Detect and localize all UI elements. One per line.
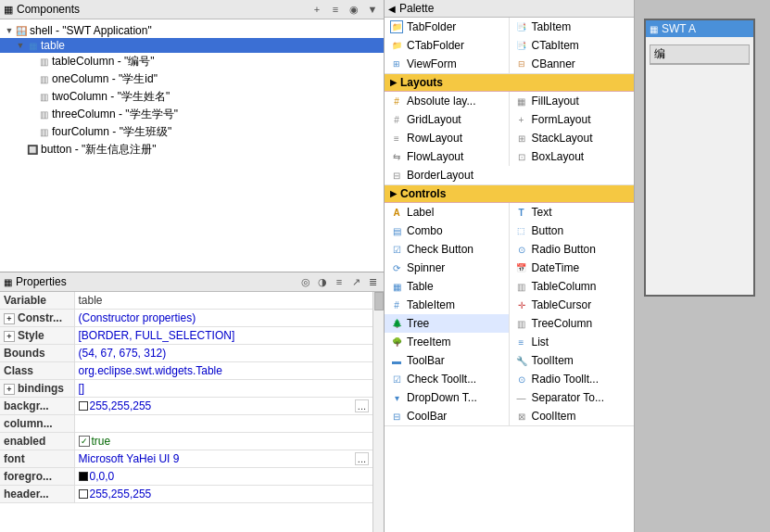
palette-item-filllayout[interactable]: ▦ FillLayout — [510, 92, 635, 110]
tree-arrow-table[interactable]: ▼ — [15, 40, 26, 51]
palette-item-absolutelayout[interactable]: # Absolute lay... — [385, 92, 510, 110]
expand-style[interactable]: + — [4, 331, 15, 342]
palette-category-controls[interactable]: ▶ Controls — [385, 185, 634, 203]
components-add-icon[interactable]: + — [309, 2, 324, 17]
tree-item-threecolumn[interactable]: ▥ threeColumn - "学生学号" — [0, 106, 384, 123]
palette-item-treecolumn[interactable]: ▥ TreeColumn — [510, 314, 635, 333]
palette-item-table[interactable]: ▦ Table — [385, 277, 510, 296]
palette-item-radiotoolitem[interactable]: ⊙ Radio Toollt... — [510, 370, 635, 388]
props-action-5[interactable]: ≣ — [365, 274, 380, 289]
palette-item-checktoolitem[interactable]: ☑ Check Toollt... — [385, 370, 510, 388]
palette-item-stacklayout[interactable]: ⊞ StackLayout — [510, 129, 635, 147]
palette-item-tableitem[interactable]: # TableItem — [385, 296, 510, 314]
palette-label-list: List — [532, 336, 549, 348]
tree-item-onecolumn[interactable]: ▥ oneColumn - "学生id" — [0, 70, 384, 88]
background-edit-button[interactable]: ... — [355, 399, 369, 412]
palette-item-checkbutton[interactable]: ☑ Check Button — [385, 240, 510, 259]
properties-title: Properties — [16, 275, 67, 288]
preview-table: 编 — [650, 44, 750, 65]
palette-item-coolitem[interactable]: ⊠ CoolItem — [510, 407, 635, 425]
prop-key-class: Class — [0, 362, 74, 380]
palette-item-radiobutton[interactable]: ⊙ Radio Button — [510, 240, 635, 259]
palette-item-formlayout[interactable]: + FormLayout — [510, 110, 635, 129]
palette-controls-grid: A Label T Text ▤ Combo ⬚ Button ☑ Chec — [385, 203, 634, 426]
palette-item-cbanner[interactable]: ⊟ CBanner — [510, 55, 635, 73]
tree-arrow-twocolumn — [26, 92, 37, 103]
prop-key-header: header... — [0, 486, 74, 503]
palette-item-toolitem[interactable]: 🔧 ToolItem — [510, 351, 635, 370]
gridlayout-icon: # — [390, 113, 403, 126]
palette-item-gridlayout[interactable]: # GridLayout — [385, 110, 510, 129]
dropdown-icon: ▾ — [390, 391, 403, 404]
tree-label-table: table — [41, 39, 65, 52]
palette-item-dropdown[interactable]: ▾ DropDown T... — [385, 388, 510, 407]
palette-item-tabfolder[interactable]: 📁 TabFolder — [385, 18, 510, 36]
tree-item-tablecolumn[interactable]: ▥ tableColumn - "编号" — [0, 53, 384, 70]
palette-item-separatortool[interactable]: — Separator To... — [510, 388, 635, 407]
palette-back-icon[interactable]: ◀ — [388, 4, 396, 14]
prop-key-bounds: Bounds — [0, 345, 74, 362]
palette-item-borderlayout[interactable]: ⊟ BorderLayout — [385, 166, 634, 184]
components-tree: ▼ 🪟 shell - "SWT Application" ▼ ▦ table … — [0, 19, 384, 269]
palette-item-boxlayout[interactable]: ⊡ BoxLayout — [510, 147, 635, 166]
components-icon: ▦ — [4, 4, 13, 16]
props-action-4[interactable]: ↗ — [348, 274, 363, 289]
palette-item-tablecursor[interactable]: ✛ TableCursor — [510, 296, 635, 314]
checkbutton-icon: ☑ — [390, 243, 403, 256]
text-icon: T — [515, 206, 528, 219]
prop-row-variable: Variable table — [0, 292, 372, 310]
tablecursor-icon: ✛ — [515, 298, 528, 311]
threecolumn-icon: ▥ — [37, 108, 50, 121]
palette-item-toolbar[interactable]: ▬ ToolBar — [385, 351, 510, 370]
tree-item-twocolumn[interactable]: ▥ twoColumn - "学生姓名" — [0, 88, 384, 106]
properties-toolbar: ◎ ◑ ≡ ↗ ≣ — [298, 274, 380, 289]
properties-scrollbar[interactable] — [372, 292, 384, 532]
palette-item-button[interactable]: ⬚ Button — [510, 222, 635, 240]
palette-item-flowlayout[interactable]: ⇆ FlowLayout — [385, 147, 510, 166]
palette-item-combo[interactable]: ▤ Combo — [385, 222, 510, 240]
palette-category-layouts[interactable]: ▶ Layouts — [385, 74, 634, 92]
palette-label-absolutelayout: Absolute lay... — [407, 95, 475, 108]
palette-item-list[interactable]: ≡ List — [510, 333, 635, 351]
prop-val-style: [BORDER, FULL_SELECTION] — [74, 327, 372, 345]
palette-label-tablecolumn: TableColumn — [532, 280, 597, 293]
palette-item-ctabitem[interactable]: 📑 CTabItem — [510, 36, 635, 55]
enabled-checkbox[interactable]: ✓ — [79, 436, 90, 447]
palette-item-viewform[interactable]: ⊞ ViewForm — [385, 55, 510, 73]
palette-label-stacklayout: StackLayout — [532, 132, 593, 145]
palette-item-ctabfolder[interactable]: 📁 CTabFolder — [385, 36, 510, 55]
components-menu-icon[interactable]: ≡ — [328, 2, 343, 17]
foreground-color-swatch — [79, 472, 88, 481]
palette-item-label[interactable]: A Label — [385, 203, 510, 222]
preview-panel: ▦ SWT A 编 — [635, 0, 770, 532]
components-collapse-icon[interactable]: ▼ — [365, 2, 380, 17]
palette-item-spinner[interactable]: ⟳ Spinner — [385, 259, 510, 277]
props-action-3[interactable]: ≡ — [332, 274, 347, 289]
palette-label-combo: Combo — [407, 224, 443, 237]
palette-item-coolbar[interactable]: ⊟ CoolBar — [385, 407, 510, 425]
palette-item-tablecolumn[interactable]: ▥ TableColumn — [510, 277, 635, 296]
font-edit-button[interactable]: ... — [355, 452, 369, 465]
palette-label-text: Text — [532, 206, 552, 219]
treecolumn-icon: ▥ — [515, 317, 528, 330]
palette-item-text[interactable]: T Text — [510, 203, 635, 222]
palette-item-treeitem[interactable]: 🌳 TreeItem — [385, 333, 510, 351]
props-action-2[interactable]: ◑ — [315, 274, 330, 289]
expand-constructor[interactable]: + — [4, 313, 15, 324]
palette-item-tree[interactable]: 🌲 Tree — [385, 314, 510, 333]
palette-item-rowlayout[interactable]: ≡ RowLayout — [385, 129, 510, 147]
tree-item-shell[interactable]: ▼ 🪟 shell - "SWT Application" — [0, 23, 384, 38]
tree-item-button[interactable]: 🔲 button - "新生信息注册" — [0, 141, 384, 158]
datetime-icon: 📅 — [515, 261, 528, 274]
tree-item-fourcolumn[interactable]: ▥ fourColumn - "学生班级" — [0, 123, 384, 141]
palette-label-radiobutton: Radio Button — [532, 243, 596, 256]
palette-item-tabitem[interactable]: 📑 TabItem — [510, 18, 635, 36]
expand-bindings[interactable]: + — [4, 384, 15, 395]
palette-label-table: Table — [407, 280, 434, 293]
palette-item-datetime[interactable]: 📅 DateTime — [510, 259, 635, 277]
components-refresh-icon[interactable]: ◉ — [347, 2, 361, 17]
tree-item-table[interactable]: ▼ ▦ table — [0, 38, 384, 53]
tree-arrow-shell[interactable]: ▼ — [4, 25, 15, 36]
props-action-1[interactable]: ◎ — [298, 274, 313, 289]
separatortool-icon: — — [515, 391, 528, 404]
